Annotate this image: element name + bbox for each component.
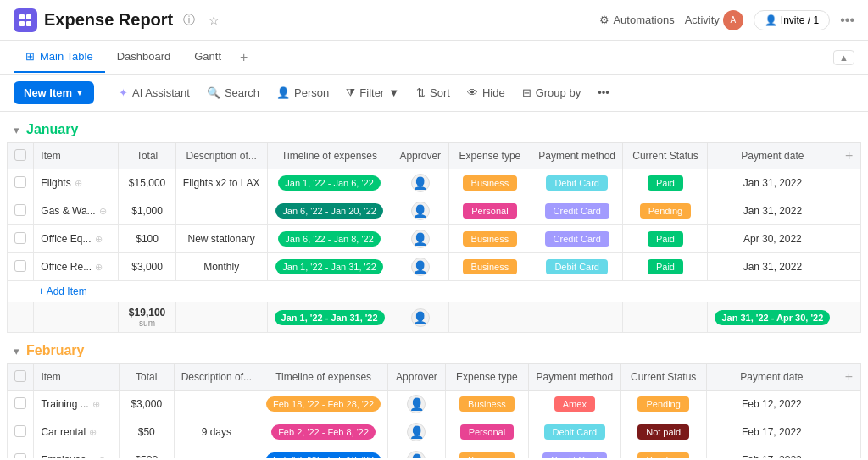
filter-button[interactable]: ⧩ Filter ▼ (339, 82, 406, 104)
payment-date-cell: Jan 31, 2022 (708, 197, 837, 225)
search-icon: 🔍 (207, 86, 220, 99)
svg-rect-3 (26, 21, 31, 26)
status-cell: Paid (623, 225, 708, 253)
invite-button[interactable]: 👤 Invite / 1 (754, 10, 830, 30)
sum-add-cell (837, 302, 861, 333)
payment-method-cell: Amex (529, 391, 621, 418)
row-checkbox[interactable] (14, 453, 26, 459)
collapse-button[interactable]: ▲ (833, 50, 854, 65)
header-checkbox[interactable] (14, 149, 26, 161)
total-cell: $100 (119, 225, 176, 253)
status-cell: Pending (620, 446, 706, 459)
total-cell: $3,000 (119, 391, 174, 418)
tabs-bar: ⊞ Main Table Dashboard Gantt + ▲ (0, 41, 868, 75)
row-checkbox[interactable] (14, 397, 26, 409)
payment-method-cell: Debit Card (531, 169, 623, 197)
expense-type-tag: Personal (460, 424, 514, 440)
tab-main-table[interactable]: ⊞ Main Table (14, 42, 105, 73)
table-wrap-1: ItemTotalDescription of...Timeline of ex… (0, 363, 868, 458)
row-checkbox[interactable] (14, 425, 26, 437)
toolbar-separator (103, 85, 103, 102)
row-checkbox[interactable] (14, 260, 26, 272)
timeline-cell: Feb 18, '22 - Feb 28, '22 (259, 391, 388, 418)
item-add-icon[interactable]: ⊕ (75, 178, 82, 188)
approver-avatar: 👤 (411, 202, 430, 220)
add-tab-button[interactable]: + (233, 42, 254, 74)
dropdown-arrow-icon: ▼ (75, 88, 84, 97)
row-checkbox[interactable] (14, 232, 26, 244)
header-checkbox[interactable] (14, 370, 26, 382)
group-expand-icon[interactable]: ▾ (14, 124, 19, 136)
ai-assistant-button[interactable]: ✦ AI Assistant (112, 82, 197, 103)
expense-type-cell: Personal (445, 418, 528, 446)
col-header-current-status: Current Status (623, 143, 708, 169)
status-tag: Paid (648, 231, 683, 247)
tab-gantt[interactable]: Gantt (182, 42, 233, 73)
expense-type-cell: Business (448, 253, 531, 281)
row-add-cell (837, 225, 861, 253)
row-checkbox-cell (8, 253, 34, 281)
row-checkbox[interactable] (14, 176, 26, 188)
sum-date-pill: Jan 31, '22 - Apr 30, '22 (715, 310, 830, 325)
payment-date-cell: Feb 12, 2022 (706, 391, 837, 418)
item-add-icon[interactable]: ⊕ (95, 262, 103, 272)
automations-button[interactable]: ⚙ Automations (599, 14, 674, 26)
more-toolbar-button[interactable]: ••• (591, 82, 616, 103)
group-by-button[interactable]: ⊟ Group by (515, 82, 587, 103)
item-add-icon[interactable]: ⊕ (92, 399, 100, 409)
expense-type-cell: Business (445, 391, 528, 418)
sum-timeline-cell: Jan 1, '22 - Jan 31, '22 (267, 302, 392, 333)
activity-button[interactable]: Activity A (685, 10, 743, 30)
tab-dashboard[interactable]: Dashboard (105, 42, 183, 73)
approver-cell: 👤 (392, 197, 448, 225)
sort-button[interactable]: ⇅ Sort (409, 82, 457, 103)
approver-cell: 👤 (388, 391, 446, 418)
timeline-pill: Jan 1, '22 - Jan 6, '22 (278, 175, 381, 191)
sum-date-cell: Jan 31, '22 - Apr 30, '22 (708, 302, 837, 333)
payment-method-cell: Credit Card (531, 225, 623, 253)
description-cell (175, 197, 267, 225)
add-column-icon[interactable]: + (845, 369, 853, 384)
more-options-icon[interactable]: ••• (840, 13, 854, 28)
table-row: Office Eq...⊕$100New stationaryJan 6, '2… (8, 225, 861, 253)
item-name: Car rental (41, 426, 86, 438)
total-cell: $500 (119, 446, 174, 459)
item-name: Flights (41, 177, 70, 189)
add-item-cell[interactable]: + Add Item (8, 281, 861, 302)
total-cell: $15,000 (119, 169, 176, 197)
svg-rect-0 (19, 14, 25, 19)
hide-button[interactable]: 👁 Hide (460, 82, 512, 103)
status-tag: Pending (640, 203, 691, 219)
item-add-icon[interactable]: ⊕ (99, 206, 107, 216)
group-expand-icon[interactable]: ▾ (14, 345, 19, 357)
approver-avatar: 👤 (411, 258, 430, 276)
col-header-approver: Approver (388, 364, 446, 391)
item-add-icon[interactable]: ⊕ (89, 427, 97, 437)
payment-method-tag: Debit Card (546, 175, 608, 191)
payment-method-tag: Debit Card (546, 259, 608, 274)
timeline-pill: Jan 6, '22 - Jan 8, '22 (278, 231, 381, 247)
col-header-add[interactable]: + (837, 364, 861, 391)
ai-icon: ✦ (119, 86, 128, 99)
person-button[interactable]: 👤 Person (270, 82, 336, 103)
new-item-button[interactable]: New Item ▼ (14, 81, 94, 104)
status-cell: Paid (623, 253, 708, 281)
item-add-icon[interactable]: ⊕ (95, 234, 103, 244)
col-header-add[interactable]: + (837, 143, 861, 169)
payment-date-cell: Jan 31, 2022 (708, 253, 837, 281)
col-header-timeline-of-expenses: Timeline of expenses (259, 364, 388, 391)
hide-icon: 👁 (467, 86, 478, 99)
item-add-icon[interactable]: ⊕ (98, 455, 106, 458)
top-bar: Expense Report ⓘ ☆ ⚙ Automations Activit… (0, 0, 868, 41)
status-tag: Pending (637, 452, 688, 458)
row-checkbox[interactable] (14, 204, 26, 216)
sum-check-cell (8, 302, 34, 333)
col-header-timeline-of-expenses: Timeline of expenses (267, 143, 392, 169)
search-button[interactable]: 🔍 Search (200, 82, 266, 103)
info-icon[interactable]: ⓘ (180, 11, 198, 30)
add-column-icon[interactable]: + (845, 148, 853, 163)
status-cell: Pending (623, 197, 708, 225)
star-icon[interactable]: ☆ (205, 12, 223, 29)
description-cell: Flights x2 to LAX (175, 169, 267, 197)
add-item-row[interactable]: + Add Item (8, 281, 861, 302)
